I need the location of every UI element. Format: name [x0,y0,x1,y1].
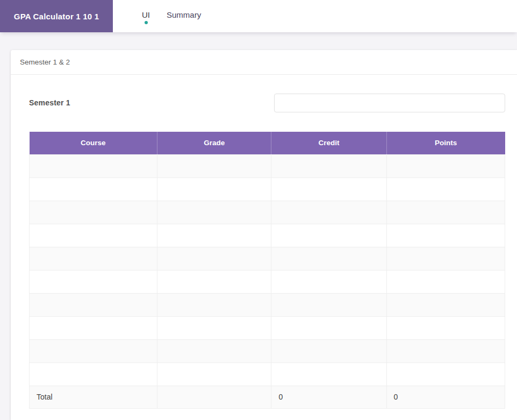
grade-cell[interactable] [157,293,271,316]
table-row [30,362,505,386]
grade-cell[interactable] [157,247,271,270]
tab-bar: UI Summary [141,0,201,32]
grade-cell[interactable] [157,316,271,339]
table-row [30,154,505,177]
credit-cell[interactable] [271,224,386,247]
credit-cell[interactable] [271,177,386,201]
tab-ui-label: UI [142,10,150,19]
app-title: GPA Calculator 1 10 1 [0,0,113,32]
table-row [30,316,505,339]
table-row [30,270,505,293]
credit-cell[interactable] [271,293,386,316]
course-cell[interactable] [30,154,157,177]
course-cell[interactable] [30,339,157,362]
card-content: Semester 1 Course Grade Credit Points To… [11,75,517,409]
grade-cell[interactable] [157,201,271,224]
column-header-credit: Credit [271,132,386,154]
table-header-row: Course Grade Credit Points [30,132,505,154]
tab-ui[interactable]: UI [141,10,150,27]
grade-cell[interactable] [157,154,271,177]
total-label: Total [30,386,157,408]
grade-cell[interactable] [157,270,271,293]
points-cell[interactable] [386,247,505,270]
credit-cell[interactable] [271,201,386,224]
semester-name-input[interactable] [274,94,505,112]
credit-cell[interactable] [271,362,386,386]
points-cell[interactable] [386,339,505,362]
grade-cell[interactable] [157,177,271,201]
grade-cell[interactable] [157,339,271,362]
column-header-grade: Grade [157,132,271,154]
points-cell[interactable] [386,177,505,201]
table-row [30,339,505,362]
points-cell[interactable] [386,201,505,224]
points-cell[interactable] [386,293,505,316]
tab-summary-label: Summary [167,10,201,19]
column-header-points: Points [386,132,505,154]
table-row [30,224,505,247]
course-cell[interactable] [30,201,157,224]
total-credit: 0 [271,386,386,408]
credit-cell[interactable] [271,339,386,362]
points-cell[interactable] [386,270,505,293]
table-row [30,201,505,224]
active-tab-indicator-dot [145,21,148,24]
credit-cell[interactable] [271,247,386,270]
grade-cell[interactable] [157,362,271,386]
course-cell[interactable] [30,177,157,201]
total-grade [157,386,271,408]
total-points: 0 [386,386,505,408]
semester-row: Semester 1 [29,93,505,112]
course-cell[interactable] [30,247,157,270]
course-cell[interactable] [30,362,157,386]
column-header-course: Course [30,132,157,154]
course-cell[interactable] [30,316,157,339]
credit-cell[interactable] [271,316,386,339]
tab-summary[interactable]: Summary [167,10,201,27]
course-cell[interactable] [30,293,157,316]
table-row [30,293,505,316]
card-title: Semester 1 & 2 [11,50,517,75]
course-cell[interactable] [30,270,157,293]
gpa-table: Course Grade Credit Points Total 0 0 [29,132,505,409]
semester-card: Semester 1 & 2 Semester 1 Course Grade C… [11,50,517,420]
table-row [30,177,505,201]
semester-label: Semester 1 [29,98,70,107]
points-cell[interactable] [386,316,505,339]
points-cell[interactable] [386,224,505,247]
credit-cell[interactable] [271,270,386,293]
points-cell[interactable] [386,362,505,386]
grade-cell[interactable] [157,224,271,247]
course-cell[interactable] [30,224,157,247]
table-row [30,247,505,270]
points-cell[interactable] [386,154,505,177]
total-row: Total 0 0 [30,386,505,408]
app-bar: GPA Calculator 1 10 1 UI Summary [0,0,517,32]
credit-cell[interactable] [271,154,386,177]
